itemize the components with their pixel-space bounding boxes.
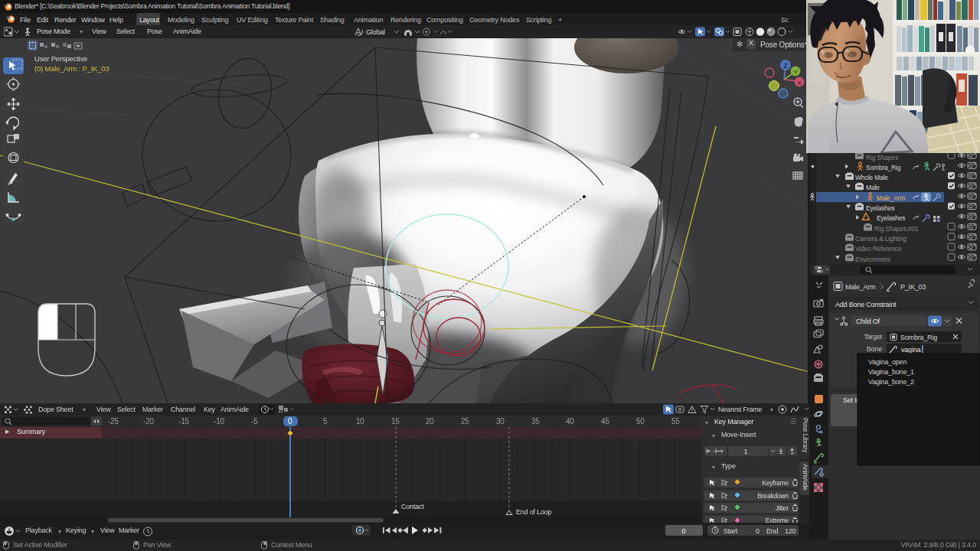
svg-text:Camera & Lighting: Camera & Lighting — [855, 235, 906, 243]
svg-text:Eyelashes: Eyelashes — [877, 214, 905, 222]
svg-text:Male: Male — [866, 184, 880, 191]
svg-text:Breakdown: Breakdown — [757, 492, 789, 500]
svg-text:Eyelashes: Eyelashes — [866, 204, 894, 212]
svg-text:Rig Shapes.001: Rig Shapes.001 — [874, 225, 919, 233]
svg-text:0: 0 — [756, 527, 760, 535]
svg-text:Add Bone Constraint: Add Bone Constraint — [835, 301, 897, 308]
svg-text:End: End — [766, 527, 779, 535]
svg-text:Vagina_bone_1: Vagina_bone_1 — [868, 368, 914, 376]
svg-text:X: X — [797, 80, 802, 86]
svg-text:120: 120 — [785, 527, 796, 535]
svg-text:Sombra_Rig: Sombra_Rig — [900, 334, 937, 341]
svg-text:Bone: Bone — [867, 345, 882, 353]
svg-text:Keyframe: Keyframe — [762, 479, 789, 487]
svg-text:Whole Male: Whole Male — [855, 174, 888, 181]
svg-text:Rig Shapes: Rig Shapes — [866, 154, 898, 161]
svg-text:Z: Z — [783, 62, 788, 70]
svg-text:Target: Target — [864, 333, 883, 341]
svg-text:Start: Start — [724, 527, 738, 535]
svg-text:Video Reference: Video Reference — [855, 245, 902, 253]
svg-text:vagina: vagina — [901, 346, 921, 354]
svg-text:Jitter: Jitter — [776, 504, 789, 512]
svg-text:Male_Arm: Male_Arm — [877, 194, 905, 202]
svg-text:P_IK_03: P_IK_03 — [900, 283, 926, 291]
svg-text:Vagina_bone_2: Vagina_bone_2 — [868, 378, 914, 386]
svg-text:Y: Y — [793, 69, 798, 76]
svg-text:Male_Arm: Male_Arm — [845, 283, 875, 291]
svg-text:0: 0 — [682, 527, 686, 535]
svg-text:Environment: Environment — [855, 256, 890, 263]
svg-text:1: 1 — [744, 448, 748, 455]
svg-text:Sombra_Rig: Sombra_Rig — [866, 164, 901, 171]
svg-text:Extreme: Extreme — [766, 517, 789, 523]
svg-text:Vagina_open: Vagina_open — [868, 358, 906, 366]
svg-text:Global: Global — [366, 28, 385, 36]
svg-text:Child Of: Child Of — [856, 318, 880, 325]
